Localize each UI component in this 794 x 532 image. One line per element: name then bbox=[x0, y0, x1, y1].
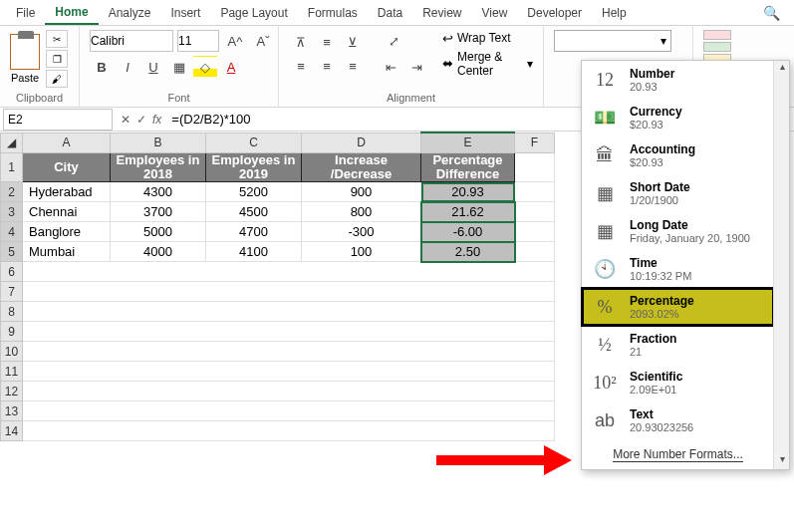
align-right-button[interactable]: ≡ bbox=[341, 55, 365, 77]
cell-D2[interactable]: 900 bbox=[302, 182, 421, 202]
decrease-indent-button[interactable]: ⇤ bbox=[379, 56, 402, 78]
header-e18[interactable]: Employees in 2018 bbox=[111, 152, 206, 182]
format-text[interactable]: ab Text20.93023256 bbox=[582, 401, 774, 439]
copy-button[interactable]: ❐ bbox=[46, 50, 68, 68]
menu-insert[interactable]: Insert bbox=[160, 2, 210, 24]
cell-B3[interactable]: 3700 bbox=[111, 202, 206, 222]
row-12[interactable]: 12 bbox=[1, 382, 23, 401]
cell-D5[interactable]: 100 bbox=[302, 242, 421, 262]
col-C[interactable]: C bbox=[206, 133, 302, 152]
header-pct[interactable]: Percentage Difference bbox=[421, 152, 515, 182]
format-time[interactable]: 🕙 Time10:19:32 PM bbox=[582, 250, 774, 288]
increase-indent-button[interactable]: ⇥ bbox=[404, 56, 428, 78]
format-currency[interactable]: 💵 Currency$20.93 bbox=[582, 99, 774, 136]
cell-B2[interactable]: 4300 bbox=[111, 182, 206, 202]
fx-icon[interactable]: fx bbox=[152, 113, 161, 127]
col-D[interactable]: D bbox=[302, 133, 421, 152]
cell-D4[interactable]: -300 bbox=[302, 222, 421, 242]
underline-button[interactable]: U bbox=[141, 56, 165, 78]
menu-review[interactable]: Review bbox=[412, 2, 471, 24]
header-diff[interactable]: Increase /Decrease bbox=[302, 152, 421, 182]
font-family-select[interactable] bbox=[90, 30, 173, 52]
row-13[interactable]: 13 bbox=[1, 401, 23, 421]
row-5[interactable]: 5 bbox=[1, 242, 23, 262]
menu-page-layout[interactable]: Page Layout bbox=[210, 2, 297, 24]
font-size-select[interactable] bbox=[177, 30, 219, 52]
cell-A5[interactable]: Mumbai bbox=[23, 242, 111, 262]
format-accounting[interactable]: 🏛 Accounting$20.93 bbox=[582, 136, 774, 174]
cell-A2[interactable]: Hyderabad bbox=[23, 182, 111, 202]
cut-button[interactable]: ✂ bbox=[46, 30, 68, 48]
grid[interactable]: ◢ A B C D E F 1 City Employees in 2018 E… bbox=[0, 132, 555, 441]
paste-label[interactable]: Paste bbox=[11, 72, 39, 84]
cell-E5[interactable]: 2.50 bbox=[421, 242, 515, 262]
cell-A3[interactable]: Chennai bbox=[23, 202, 111, 222]
cell-C2[interactable]: 5200 bbox=[206, 182, 302, 202]
menu-home[interactable]: Home bbox=[45, 1, 98, 25]
paste-icon[interactable] bbox=[10, 34, 40, 70]
col-E[interactable]: E bbox=[421, 133, 515, 152]
format-long-date[interactable]: ▦ Long DateFriday, January 20, 1900 bbox=[582, 212, 774, 250]
scroll-down-icon[interactable]: ▾ bbox=[774, 453, 790, 469]
col-A[interactable]: A bbox=[23, 133, 111, 152]
cell-C5[interactable]: 4100 bbox=[206, 242, 302, 262]
number-format-select[interactable]: ▾ bbox=[554, 30, 671, 52]
row-3[interactable]: 3 bbox=[1, 202, 23, 222]
format-number[interactable]: 12 Number20.93 bbox=[582, 61, 774, 99]
cell-E3[interactable]: 21.62 bbox=[421, 202, 515, 222]
row-6[interactable]: 6 bbox=[1, 262, 23, 282]
menu-file[interactable]: File bbox=[6, 2, 45, 24]
border-button[interactable]: ▦ bbox=[167, 56, 191, 78]
increase-font-button[interactable]: A^ bbox=[223, 30, 247, 52]
format-scientific[interactable]: 10² Scientific2.09E+01 bbox=[582, 364, 774, 401]
search-icon[interactable]: 🔍 bbox=[755, 5, 788, 21]
fill-color-button[interactable]: ◇ bbox=[193, 56, 217, 78]
menu-data[interactable]: Data bbox=[368, 2, 412, 24]
align-left-button[interactable]: ≡ bbox=[289, 55, 313, 77]
italic-button[interactable]: I bbox=[116, 56, 139, 78]
cell-E2[interactable]: 20.93 bbox=[421, 182, 515, 202]
align-center-button[interactable]: ≡ bbox=[315, 55, 339, 77]
cell-B4[interactable]: 5000 bbox=[111, 222, 206, 242]
cell-D3[interactable]: 800 bbox=[302, 202, 421, 222]
enter-formula-icon[interactable]: ✓ bbox=[136, 113, 146, 127]
header-e19[interactable]: Employees in 2019 bbox=[206, 152, 302, 182]
bold-button[interactable]: B bbox=[90, 56, 114, 78]
row-9[interactable]: 9 bbox=[1, 322, 23, 342]
cell-C4[interactable]: 4700 bbox=[206, 222, 302, 242]
cell-C3[interactable]: 4500 bbox=[206, 202, 302, 222]
row-4[interactable]: 4 bbox=[1, 222, 23, 242]
select-all-corner[interactable]: ◢ bbox=[1, 133, 23, 152]
scroll-up-icon[interactable]: ▴ bbox=[774, 61, 790, 77]
cell-E4[interactable]: -6.00 bbox=[421, 222, 515, 242]
menu-view[interactable]: View bbox=[472, 2, 518, 24]
font-color-button[interactable]: A bbox=[219, 56, 243, 78]
row-2[interactable]: 2 bbox=[1, 182, 23, 202]
align-middle-button[interactable]: ≡ bbox=[315, 31, 339, 53]
row-11[interactable]: 11 bbox=[1, 362, 23, 382]
cancel-formula-icon[interactable]: ✕ bbox=[121, 113, 131, 127]
format-short-date[interactable]: ▦ Short Date1/20/1900 bbox=[582, 174, 774, 212]
row-7[interactable]: 7 bbox=[1, 282, 23, 302]
cell-B5[interactable]: 4000 bbox=[111, 242, 206, 262]
name-box[interactable] bbox=[3, 109, 113, 131]
orientation-button[interactable]: ⤢ bbox=[379, 30, 408, 52]
menu-analyze[interactable]: Analyze bbox=[99, 2, 161, 24]
decrease-font-button[interactable]: Aˇ bbox=[251, 30, 275, 52]
menu-help[interactable]: Help bbox=[592, 2, 637, 24]
menu-formulas[interactable]: Formulas bbox=[298, 2, 368, 24]
dropdown-scrollbar[interactable]: ▴ ▾ bbox=[773, 61, 789, 469]
format-painter-button[interactable]: 🖌 bbox=[46, 70, 68, 88]
format-fraction[interactable]: ½ Fraction21 bbox=[582, 326, 774, 364]
cell-A4[interactable]: Banglore bbox=[23, 222, 111, 242]
wrap-text-button[interactable]: ↩Wrap Text bbox=[442, 31, 533, 46]
more-number-formats[interactable]: More Number Formats... bbox=[582, 439, 774, 469]
header-city[interactable]: City bbox=[23, 152, 111, 182]
format-percentage[interactable]: % Percentage2093.02% bbox=[582, 288, 774, 326]
col-F[interactable]: F bbox=[515, 133, 555, 152]
align-bottom-button[interactable]: ⊻ bbox=[341, 31, 365, 53]
row-10[interactable]: 10 bbox=[1, 342, 23, 362]
row-8[interactable]: 8 bbox=[1, 302, 23, 322]
merge-center-button[interactable]: ⬌Merge & Center ▾ bbox=[442, 50, 533, 78]
col-B[interactable]: B bbox=[111, 133, 206, 152]
